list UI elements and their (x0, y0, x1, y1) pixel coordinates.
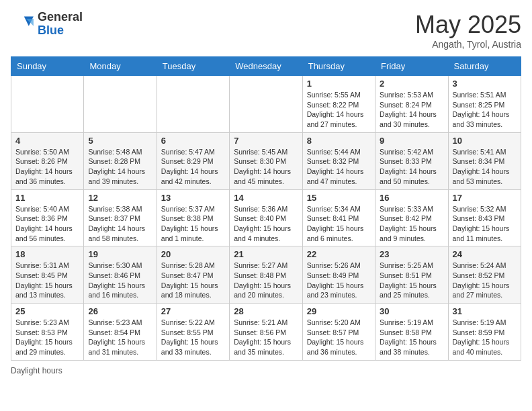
page-header: General Blue May 2025 Angath, Tyrol, Aus… (11, 11, 521, 50)
day-number: 22 (307, 249, 371, 259)
day-number: 15 (307, 193, 371, 203)
day-number: 3 (453, 79, 517, 89)
day-number: 7 (234, 136, 298, 146)
calendar-cell: 30Sunrise: 5:19 AM Sunset: 8:58 PM Dayli… (375, 304, 448, 361)
day-info: Sunrise: 5:20 AM Sunset: 8:57 PM Dayligh… (307, 318, 371, 357)
day-info: Sunrise: 5:25 AM Sunset: 8:51 PM Dayligh… (380, 261, 443, 300)
day-info: Sunrise: 5:45 AM Sunset: 8:30 PM Dayligh… (234, 147, 298, 187)
weekday-header: Wednesday (230, 57, 302, 76)
location: Angath, Tyrol, Austria (415, 39, 521, 50)
calendar-cell: 12Sunrise: 5:38 AM Sunset: 8:37 PM Dayli… (84, 189, 157, 246)
calendar-week-row: 25Sunrise: 5:23 AM Sunset: 8:53 PM Dayli… (11, 304, 521, 361)
day-info: Sunrise: 5:32 AM Sunset: 8:43 PM Dayligh… (453, 204, 517, 244)
calendar-week-row: 11Sunrise: 5:40 AM Sunset: 8:36 PM Dayli… (11, 189, 521, 246)
calendar-cell: 4Sunrise: 5:50 AM Sunset: 8:26 PM Daylig… (11, 132, 84, 189)
day-info: Sunrise: 5:48 AM Sunset: 8:28 PM Dayligh… (88, 147, 152, 187)
day-info: Sunrise: 5:37 AM Sunset: 8:38 PM Dayligh… (161, 204, 225, 244)
footer-note: Daylight hours (11, 366, 521, 375)
calendar-cell: 21Sunrise: 5:27 AM Sunset: 8:48 PM Dayli… (230, 246, 302, 304)
day-number: 18 (15, 249, 79, 259)
calendar-table: SundayMondayTuesdayWednesdayThursdayFrid… (11, 56, 521, 361)
day-number: 1 (307, 79, 371, 89)
day-number: 11 (15, 193, 79, 203)
calendar-cell: 18Sunrise: 5:31 AM Sunset: 8:45 PM Dayli… (11, 246, 84, 304)
day-info: Sunrise: 5:22 AM Sunset: 8:55 PM Dayligh… (161, 318, 225, 357)
day-info: Sunrise: 5:28 AM Sunset: 8:47 PM Dayligh… (161, 261, 225, 300)
calendar-cell: 5Sunrise: 5:48 AM Sunset: 8:28 PM Daylig… (84, 132, 157, 189)
day-info: Sunrise: 5:21 AM Sunset: 8:56 PM Dayligh… (234, 318, 298, 357)
calendar-cell: 19Sunrise: 5:30 AM Sunset: 8:46 PM Dayli… (84, 246, 157, 304)
weekday-header: Tuesday (157, 57, 229, 76)
calendar-cell (84, 76, 157, 133)
day-info: Sunrise: 5:19 AM Sunset: 8:59 PM Dayligh… (453, 318, 517, 357)
day-number: 28 (234, 306, 298, 316)
day-info: Sunrise: 5:24 AM Sunset: 8:52 PM Dayligh… (453, 261, 517, 300)
weekday-header: Friday (375, 57, 448, 76)
weekday-header: Sunday (11, 57, 84, 76)
day-info: Sunrise: 5:41 AM Sunset: 8:34 PM Dayligh… (453, 147, 517, 187)
day-info: Sunrise: 5:44 AM Sunset: 8:32 PM Dayligh… (307, 147, 371, 187)
day-info: Sunrise: 5:34 AM Sunset: 8:41 PM Dayligh… (307, 204, 371, 244)
day-number: 8 (307, 136, 371, 146)
day-info: Sunrise: 5:26 AM Sunset: 8:49 PM Dayligh… (307, 261, 371, 300)
calendar-cell: 3Sunrise: 5:51 AM Sunset: 8:25 PM Daylig… (448, 76, 521, 133)
day-number: 10 (453, 136, 517, 146)
calendar-week-row: 1Sunrise: 5:55 AM Sunset: 8:22 PM Daylig… (11, 76, 521, 133)
day-number: 17 (453, 193, 517, 203)
day-info: Sunrise: 5:27 AM Sunset: 8:48 PM Dayligh… (234, 261, 298, 300)
calendar-cell: 14Sunrise: 5:36 AM Sunset: 8:40 PM Dayli… (230, 189, 302, 246)
calendar-week-row: 18Sunrise: 5:31 AM Sunset: 8:45 PM Dayli… (11, 246, 521, 304)
day-info: Sunrise: 5:40 AM Sunset: 8:36 PM Dayligh… (15, 204, 79, 244)
day-number: 30 (380, 306, 443, 316)
calendar-cell: 26Sunrise: 5:23 AM Sunset: 8:54 PM Dayli… (84, 304, 157, 361)
calendar-cell: 22Sunrise: 5:26 AM Sunset: 8:49 PM Dayli… (302, 246, 375, 304)
day-number: 27 (161, 306, 225, 316)
month-title: May 2025 (415, 11, 521, 39)
day-number: 16 (380, 193, 443, 203)
day-number: 6 (161, 136, 225, 146)
day-number: 25 (15, 306, 79, 316)
day-info: Sunrise: 5:31 AM Sunset: 8:45 PM Dayligh… (15, 261, 79, 300)
day-info: Sunrise: 5:23 AM Sunset: 8:54 PM Dayligh… (88, 318, 152, 357)
day-number: 24 (453, 249, 517, 259)
weekday-header-row: SundayMondayTuesdayWednesdayThursdayFrid… (11, 57, 521, 76)
day-info: Sunrise: 5:36 AM Sunset: 8:40 PM Dayligh… (234, 204, 298, 244)
calendar-cell (157, 76, 229, 133)
day-number: 9 (380, 136, 443, 146)
calendar-cell: 29Sunrise: 5:20 AM Sunset: 8:57 PM Dayli… (302, 304, 375, 361)
day-info: Sunrise: 5:19 AM Sunset: 8:58 PM Dayligh… (380, 318, 443, 357)
logo-general: General (38, 11, 83, 24)
calendar-cell: 13Sunrise: 5:37 AM Sunset: 8:38 PM Dayli… (157, 189, 229, 246)
logo-icon (11, 14, 35, 34)
calendar-cell: 31Sunrise: 5:19 AM Sunset: 8:59 PM Dayli… (448, 304, 521, 361)
day-info: Sunrise: 5:38 AM Sunset: 8:37 PM Dayligh… (88, 204, 152, 244)
calendar-cell: 2Sunrise: 5:53 AM Sunset: 8:24 PM Daylig… (375, 76, 448, 133)
day-number: 2 (380, 79, 443, 89)
day-info: Sunrise: 5:42 AM Sunset: 8:33 PM Dayligh… (380, 147, 443, 187)
calendar-cell: 8Sunrise: 5:44 AM Sunset: 8:32 PM Daylig… (302, 132, 375, 189)
day-info: Sunrise: 5:33 AM Sunset: 8:42 PM Dayligh… (380, 204, 443, 244)
calendar-cell (11, 76, 84, 133)
day-number: 12 (88, 193, 152, 203)
calendar-cell: 10Sunrise: 5:41 AM Sunset: 8:34 PM Dayli… (448, 132, 521, 189)
daylight-label: Daylight hours (11, 366, 62, 375)
weekday-header: Saturday (448, 57, 521, 76)
day-number: 26 (88, 306, 152, 316)
weekday-header: Thursday (302, 57, 375, 76)
calendar-cell: 1Sunrise: 5:55 AM Sunset: 8:22 PM Daylig… (302, 76, 375, 133)
day-number: 5 (88, 136, 152, 146)
day-number: 23 (380, 249, 443, 259)
day-info: Sunrise: 5:55 AM Sunset: 8:22 PM Dayligh… (307, 90, 371, 130)
day-info: Sunrise: 5:53 AM Sunset: 8:24 PM Dayligh… (380, 90, 443, 130)
calendar-cell: 23Sunrise: 5:25 AM Sunset: 8:51 PM Dayli… (375, 246, 448, 304)
logo-blue: Blue (38, 24, 83, 38)
calendar-cell: 16Sunrise: 5:33 AM Sunset: 8:42 PM Dayli… (375, 189, 448, 246)
day-info: Sunrise: 5:51 AM Sunset: 8:25 PM Dayligh… (453, 90, 517, 130)
day-number: 29 (307, 306, 371, 316)
calendar-cell: 17Sunrise: 5:32 AM Sunset: 8:43 PM Dayli… (448, 189, 521, 246)
day-info: Sunrise: 5:23 AM Sunset: 8:53 PM Dayligh… (15, 318, 79, 357)
weekday-header: Monday (84, 57, 157, 76)
calendar-cell: 7Sunrise: 5:45 AM Sunset: 8:30 PM Daylig… (230, 132, 302, 189)
calendar-cell: 27Sunrise: 5:22 AM Sunset: 8:55 PM Dayli… (157, 304, 229, 361)
day-number: 31 (453, 306, 517, 316)
